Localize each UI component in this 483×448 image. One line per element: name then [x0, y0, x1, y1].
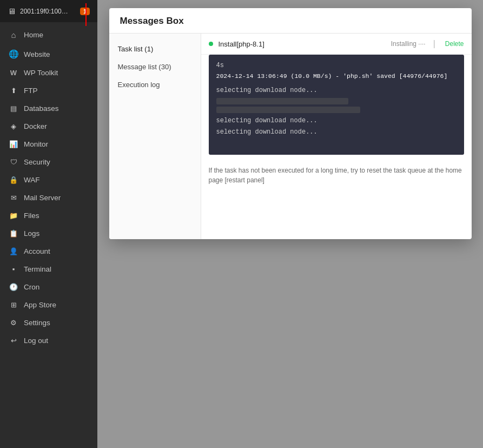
sidebar-item-label: Log out: [24, 337, 48, 345]
sidebar-item-label: FTP: [24, 87, 38, 95]
sidebar-item-label: Settings: [24, 319, 50, 327]
docker-icon: ◈: [9, 122, 18, 130]
website-icon: 🌐: [9, 49, 18, 59]
sidebar-item-label: Cron: [24, 283, 39, 291]
task-name: Install[php-8.1]: [219, 40, 386, 48]
sidebar-item-logout[interactable]: ↩ Log out: [0, 332, 97, 350]
sidebar-item-files[interactable]: 📁 Files: [0, 207, 97, 225]
sidebar-item-label: WAF: [24, 176, 40, 184]
sidebar-item-databases[interactable]: ▤ Databases: [0, 100, 97, 117]
mail-icon: ✉: [9, 194, 18, 202]
terminal-output: 4s 2024-12-14 13:06:49 (10.0 MB/s) - 'ph…: [209, 55, 464, 155]
task-delete-button[interactable]: Delete: [445, 40, 464, 48]
sidebar-item-ftp[interactable]: ⬆ FTP: [0, 82, 97, 100]
blurred-line-2: [216, 107, 360, 113]
sidebar-item-home[interactable]: ⌂ Home: [0, 25, 97, 44]
sidebar-item-label: Monitor: [24, 140, 48, 148]
blurred-line-1: [216, 98, 348, 104]
modal-nav-message-list[interactable]: Message list (30): [109, 58, 201, 76]
sidebar-item-label: Website: [24, 50, 50, 58]
modal-title: Messages Box: [120, 16, 184, 26]
sidebar-item-label: Account: [24, 247, 50, 255]
sidebar-item-cron[interactable]: 🕐 Cron: [0, 278, 97, 296]
sidebar-item-label: Databases: [24, 104, 59, 113]
sidebar-item-mail-server[interactable]: ✉ Mail Server: [0, 189, 97, 207]
sidebar-item-security[interactable]: 🛡 Security: [0, 153, 97, 171]
databases-icon: ▤: [9, 104, 18, 113]
sidebar-item-label: Files: [24, 212, 39, 220]
modal-body: Task list (1) Message list (30) Executio…: [109, 34, 472, 239]
sidebar-item-label: App Store: [24, 301, 56, 309]
sidebar-item-label: Mail Server: [24, 194, 61, 202]
account-icon: 👤: [9, 247, 18, 255]
messages-box-modal: Messages Box Task list (1) Message list …: [109, 8, 472, 239]
sidebar-item-logs[interactable]: 📋 Logs: [0, 225, 97, 242]
modal-nav-task-list[interactable]: Task list (1): [109, 40, 201, 58]
modal-main-content: Install[php-8.1] Installing ···· | Delet…: [201, 34, 472, 239]
ftp-icon: ⬆: [9, 87, 18, 95]
sidebar-item-label: WP Toolkit: [24, 69, 58, 77]
files-icon: 📁: [9, 212, 18, 220]
modal-overlay[interactable]: Messages Box Task list (1) Message list …: [97, 0, 483, 448]
sidebar-item-label: Security: [24, 158, 50, 166]
terminal-icon: ▪: [9, 265, 18, 273]
terminal-line-1: 4s: [216, 60, 456, 71]
sidebar-item-wp-toolkit[interactable]: W WP Toolkit: [0, 64, 97, 82]
logs-icon: 📋: [9, 229, 18, 238]
sidebar-item-label: Docker: [24, 122, 47, 130]
main-content: Messages Box Task list (1) Message list …: [97, 0, 483, 448]
terminal-line-2: 2024-12-14 13:06:49 (10.0 MB/s) - 'php.s…: [216, 71, 456, 82]
monitor-nav-icon: 📊: [9, 140, 18, 148]
sidebar-item-terminal[interactable]: ▪ Terminal: [0, 260, 97, 278]
terminal-line-5: selecting download node...: [216, 127, 456, 137]
modal-nav-execution-log[interactable]: Execution log: [109, 76, 201, 94]
task-row: Install[php-8.1] Installing ···· | Delet…: [201, 34, 472, 55]
modal-header: Messages Box: [109, 8, 472, 34]
sidebar-item-docker[interactable]: ◈ Docker: [0, 117, 97, 135]
sidebar: 🖥 2001:19f0:100… 1 ⌂ Home 🌐 Website W WP…: [0, 0, 97, 448]
sidebar-nav: ⌂ Home 🌐 Website W WP Toolkit ⬆ FTP ▤ Da…: [0, 22, 97, 448]
modal-sidebar-nav: Task list (1) Message list (30) Executio…: [109, 34, 201, 239]
task-status: Installing ····: [391, 40, 426, 48]
wp-icon: W: [9, 69, 18, 77]
sidebar-item-monitor[interactable]: 📊 Monitor: [0, 135, 97, 153]
red-arrow-line: [85, 3, 87, 26]
waf-icon: 🔒: [9, 176, 18, 184]
shield-icon: 🛡: [9, 158, 18, 166]
sidebar-item-website[interactable]: 🌐 Website: [0, 44, 97, 64]
terminal-line-4: selecting download node...: [216, 115, 456, 126]
sidebar-item-waf[interactable]: 🔒 WAF: [0, 171, 97, 189]
sidebar-item-label: Logs: [24, 229, 39, 238]
sidebar-item-label: Home: [24, 31, 43, 39]
sidebar-item-settings[interactable]: ⚙ Settings: [0, 314, 97, 332]
sidebar-item-account[interactable]: 👤 Account: [0, 242, 97, 260]
monitor-icon: 🖥: [8, 6, 16, 16]
status-dot: [209, 42, 213, 46]
home-icon: ⌂: [9, 30, 18, 39]
terminal-line-3: selecting download node...: [216, 85, 456, 96]
task-divider: |: [433, 39, 435, 49]
settings-icon: ⚙: [9, 319, 18, 327]
logout-icon: ↩: [9, 337, 18, 345]
sidebar-header: 🖥 2001:19f0:100… 1: [0, 0, 97, 22]
hint-text: If the task has not been executed for a …: [201, 160, 472, 193]
sidebar-item-app-store[interactable]: ⊞ App Store: [0, 296, 97, 314]
sidebar-item-label: Terminal: [24, 265, 51, 273]
app-store-icon: ⊞: [9, 301, 18, 309]
hostname-label: 2001:19f0:100…: [20, 8, 76, 15]
cron-icon: 🕐: [9, 283, 18, 291]
